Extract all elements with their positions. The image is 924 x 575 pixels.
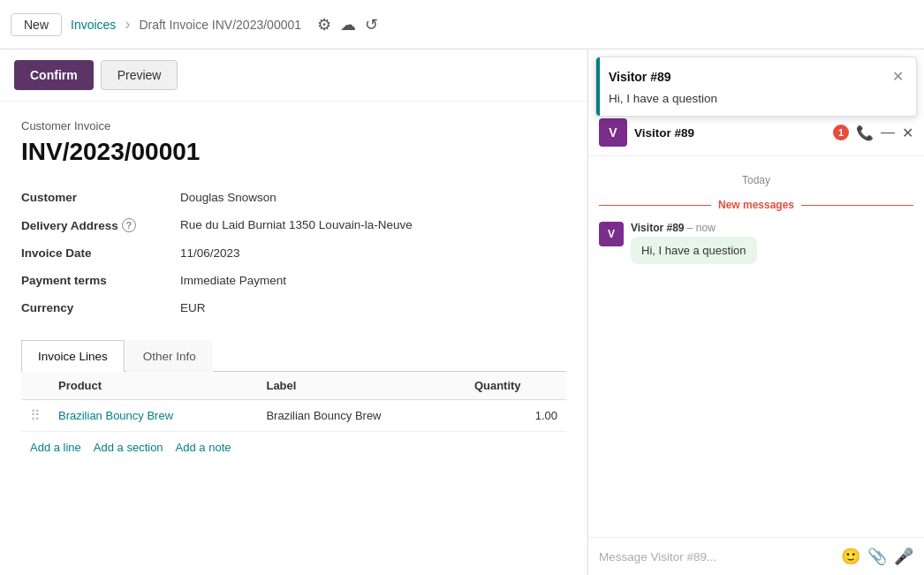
row-quantity: 1.00 — [466, 400, 566, 432]
customer-value: Douglas Snowson — [180, 184, 566, 211]
delivery-address-help-icon[interactable]: ? — [122, 218, 136, 232]
payment-terms-value: Immediate Payment — [180, 267, 566, 294]
date-divider: Today — [599, 174, 913, 186]
col-product: Product — [49, 372, 257, 400]
table-actions: Add a line Add a section Add a note — [21, 432, 566, 463]
invoice-content: Customer Invoice INV/2023/00001 Customer… — [0, 102, 587, 480]
microphone-icon[interactable]: 🎤 — [894, 547, 913, 566]
delivery-address-label: Delivery Address ? — [21, 211, 180, 239]
cloud-upload-icon[interactable]: ☁ — [340, 15, 356, 34]
confirm-button[interactable]: Confirm — [14, 60, 94, 90]
drag-handle[interactable]: ⠿ — [30, 408, 41, 423]
customer-label: Customer — [21, 184, 180, 211]
new-button[interactable]: New — [11, 13, 62, 36]
col-label: Label — [257, 372, 465, 400]
msg-meta: Visitor #89 – now — [631, 222, 913, 234]
breadcrumb-link[interactable]: Invoices — [71, 18, 116, 32]
preview-button[interactable]: Preview — [101, 60, 178, 90]
chat-messages: Today New messages V Visitor #89 – now H… — [588, 156, 924, 537]
divider-line-left — [599, 205, 711, 206]
action-bar: Confirm Preview — [0, 49, 587, 102]
notification-close-icon[interactable]: ✕ — [892, 68, 904, 85]
add-line-link[interactable]: Add a line — [30, 441, 81, 454]
chat-notification-header: Visitor #89 ✕ — [609, 68, 904, 85]
divider-line-right — [801, 205, 913, 206]
chat-avatar: V — [599, 118, 627, 147]
settings-icon[interactable]: ⚙ — [317, 15, 331, 34]
chat-notification: Visitor #89 ✕ Hi, I have a question — [595, 57, 917, 117]
invoice-date-label: Invoice Date — [21, 239, 180, 267]
chat-input-bar: 🙂 📎 🎤 — [588, 537, 924, 575]
close-chat-icon[interactable]: ✕ — [902, 125, 913, 141]
attachment-icon[interactable]: 📎 — [867, 547, 887, 566]
delivery-address-value: Rue du Laid Burniat 1350 Louvain-la-Neuv… — [180, 211, 566, 239]
product-link[interactable]: Brazilian Bouncy Brew — [58, 409, 173, 422]
col-quantity: Quantity — [466, 372, 566, 400]
row-label: Brazilian Bouncy Brew — [257, 400, 465, 432]
chat-visitor-name: Visitor #89 — [634, 126, 826, 140]
new-messages-label: New messages — [718, 199, 794, 211]
invoice-table: Product Label Quantity ⠿ Brazilian Bounc… — [21, 372, 566, 432]
minimize-icon[interactable]: — — [881, 125, 895, 140]
main-area: Confirm Preview Customer Invoice INV/202… — [0, 49, 924, 575]
breadcrumb-separator: › — [125, 15, 130, 34]
currency-label: Currency — [21, 294, 180, 322]
notification-body: Hi, I have a question — [609, 92, 904, 105]
msg-bubble: Hi, I have a question — [631, 237, 757, 264]
add-section-link[interactable]: Add a section — [94, 441, 163, 454]
tab-invoice-lines[interactable]: Invoice Lines — [21, 340, 125, 372]
tabs: Invoice Lines Other Info — [21, 339, 566, 372]
fields-grid: Customer Douglas Snowson Delivery Addres… — [21, 184, 566, 322]
phone-icon[interactable]: 📞 — [856, 125, 874, 141]
payment-terms-label: Payment terms — [21, 267, 180, 294]
refresh-icon[interactable]: ↺ — [365, 15, 378, 34]
table-row: ⠿ Brazilian Bouncy Brew Brazilian Bouncy… — [21, 400, 566, 432]
chat-panel: Visitor #89 ✕ Hi, I have a question V Vi… — [588, 49, 924, 575]
msg-content: Visitor #89 – now Hi, I have a question — [631, 222, 913, 264]
chat-message-row: V Visitor #89 – now Hi, I have a questio… — [599, 222, 913, 264]
chat-header-icons: 📞 — ✕ — [856, 125, 913, 141]
notification-title: Visitor #89 — [609, 70, 671, 84]
tab-other-info[interactable]: Other Info — [126, 340, 213, 372]
invoice-panel: Confirm Preview Customer Invoice INV/202… — [0, 49, 588, 575]
invoice-type: Customer Invoice — [21, 119, 566, 132]
currency-value: EUR — [180, 294, 566, 322]
msg-avatar: V — [599, 222, 624, 246]
invoice-date-value: 11/06/2023 — [180, 239, 566, 267]
invoice-number: INV/2023/00001 — [21, 138, 566, 166]
topbar: New Invoices › Draft Invoice INV/2023/00… — [0, 0, 924, 49]
breadcrumb-sub: Draft Invoice INV/2023/00001 — [139, 18, 301, 32]
emoji-icon[interactable]: 🙂 — [841, 547, 860, 566]
topbar-icons: ⚙ ☁ ↺ — [317, 15, 378, 34]
notification-accent — [596, 57, 600, 116]
add-note-link[interactable]: Add a note — [176, 441, 231, 454]
chat-badge: 1 — [833, 125, 849, 140]
chat-input[interactable] — [599, 550, 834, 564]
new-messages-divider: New messages — [599, 199, 913, 211]
